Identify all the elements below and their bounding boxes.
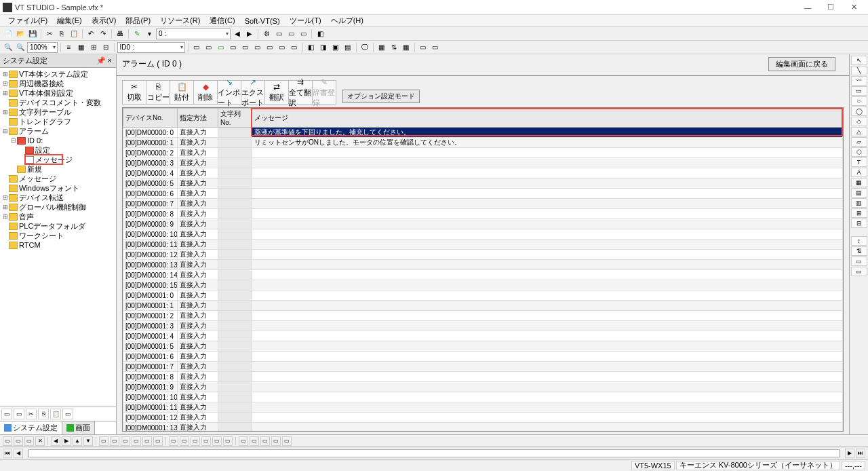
draw-tool-13[interactable]: ▤ <box>851 188 867 197</box>
table-row[interactable]: [00]DM00001: 12直接入力 <box>123 413 843 423</box>
table-row[interactable]: [00]DM00000: 14直接入力 <box>123 270 843 280</box>
col-header-0[interactable]: デバイスNo. <box>123 109 178 128</box>
draw-tool-18[interactable]: ↕ <box>851 236 867 246</box>
table-row[interactable]: [00]DM00001: 1直接入力 <box>123 301 843 311</box>
action-コピー[interactable]: ⎘コピー <box>146 80 170 105</box>
table-row[interactable]: [00]DM00000: 9直接入力 <box>123 219 843 229</box>
table-row[interactable]: [00]DM00000: 7直接入力 <box>123 199 843 209</box>
table-row[interactable]: [00]DM00001: 4直接入力 <box>123 331 843 341</box>
tbx9-icon[interactable]: ▭ <box>289 42 300 53</box>
table-row[interactable]: [00]DM00000: 3直接入力 <box>123 158 843 168</box>
tree-item-10[interactable]: 新規 <box>0 164 116 174</box>
draw-tool-7[interactable]: △ <box>851 127 867 136</box>
bt18[interactable]: ▭ <box>201 436 211 446</box>
tree-item-3[interactable]: デバイスコメント・変数 <box>0 98 116 107</box>
bt11[interactable]: ▭ <box>121 436 130 446</box>
zoom-out-icon[interactable]: 🔍 <box>15 42 26 53</box>
bt3[interactable]: ▭ <box>24 436 34 446</box>
tree-cut-icon[interactable]: ✂ <box>26 409 37 419</box>
draw-tool-20[interactable]: ▭ <box>851 257 867 266</box>
bt2[interactable]: ▭ <box>14 436 23 446</box>
tree-item-6[interactable]: ⊟アラーム <box>0 126 116 136</box>
draw-tool-14[interactable]: ▥ <box>851 198 867 208</box>
scroll-first-icon[interactable]: ⏮ <box>3 449 12 458</box>
table-row[interactable]: [00]DM00001: 10直接入力 <box>123 392 843 402</box>
tbx2-icon[interactable]: ▭ <box>203 42 214 53</box>
bt13[interactable]: ▭ <box>142 436 152 446</box>
dropdown-icon[interactable]: ▾ <box>144 29 155 39</box>
copy-icon[interactable]: ⎘ <box>56 29 67 39</box>
bt8[interactable]: ▼ <box>83 436 93 446</box>
menu-3[interactable]: 部品(P) <box>121 15 155 26</box>
tree-item-13[interactable]: ⊞デバイス転送 <box>0 193 116 202</box>
tbx8-icon[interactable]: ▭ <box>277 42 288 53</box>
action-翻訳[interactable]: ⇄翻訳 <box>264 80 289 105</box>
action-全て翻訳[interactable]: ⇉全て翻訳 <box>288 80 313 105</box>
tbx6-icon[interactable]: ▭ <box>252 42 263 53</box>
tree-item-7[interactable]: ⊟ID 0: <box>0 136 116 145</box>
align3-icon[interactable]: ⊟ <box>100 42 111 53</box>
table-row[interactable]: [00]DM00000: 11直接入力 <box>123 240 843 250</box>
bt-del-icon[interactable]: ✕ <box>35 436 45 446</box>
scroll-prev-icon[interactable]: ◀ <box>14 449 23 458</box>
table-row[interactable]: [00]DM00001: 11直接入力 <box>123 402 843 413</box>
return-to-edit-button[interactable]: 編集画面に戻る <box>768 57 835 71</box>
bt20[interactable]: ▭ <box>223 436 233 446</box>
table-row[interactable]: [00]DM00001: 5直接入力 <box>123 341 843 352</box>
print-icon[interactable]: 🖶 <box>115 29 125 39</box>
col-header-1[interactable]: 指定方法 <box>178 109 218 128</box>
tree-btn2[interactable]: ▭ <box>14 409 24 419</box>
table-row[interactable]: [00]DM00001: 8直接入力 <box>123 372 843 382</box>
menu-2[interactable]: 表示(V) <box>87 15 121 26</box>
bt12[interactable]: ▭ <box>132 436 141 446</box>
bt1[interactable]: ▭ <box>3 436 12 446</box>
col-header-2[interactable]: 文字列No. <box>218 109 252 128</box>
id-combo[interactable]: ID0 : <box>117 42 185 53</box>
draw-tool-15[interactable]: ⊞ <box>851 208 867 218</box>
tbx14-icon[interactable]: ▦ <box>376 42 387 53</box>
draw-tool-21[interactable]: ▭ <box>851 267 867 276</box>
table-row[interactable]: [00]DM00000: 2直接入力 <box>123 148 843 158</box>
draw-tool-12[interactable]: ▦ <box>851 178 867 187</box>
action-インポート[interactable]: ↘インポート <box>217 80 241 105</box>
tree-item-17[interactable]: ワークシート <box>0 231 116 240</box>
cut-icon[interactable]: ✂ <box>44 29 55 39</box>
bt24[interactable]: ▭ <box>271 436 281 446</box>
alarm-grid[interactable]: デバイスNo.指定方法文字列No.メッセージ[00]DM00000: 0直接入力… <box>123 108 843 432</box>
tbx16-icon[interactable]: ▦ <box>401 42 412 53</box>
tree-item-16[interactable]: PLCデータフォルダ <box>0 221 116 231</box>
tool5-icon[interactable]: ◧ <box>315 29 326 39</box>
bt14[interactable]: ▭ <box>153 436 163 446</box>
tbx4-icon[interactable]: ▭ <box>228 42 239 53</box>
menu-8[interactable]: ヘルプ(H) <box>327 15 368 26</box>
tree-item-18[interactable]: RTCM <box>0 240 116 250</box>
tbx12-icon[interactable]: ▣ <box>330 42 341 53</box>
table-row[interactable]: [00]DM00001: 9直接入力 <box>123 382 843 392</box>
table-row[interactable]: [00]DM00000: 0直接入力薬液が基準値を下回りました。補充してください… <box>123 128 843 138</box>
bt17[interactable]: ▭ <box>191 436 200 446</box>
edit-icon[interactable]: ✎ <box>132 29 142 39</box>
tool-icon[interactable]: ⚙ <box>261 29 272 39</box>
monitor-icon[interactable]: 🖵 <box>359 42 370 53</box>
tree-item-9[interactable]: メッセージ <box>0 155 116 164</box>
draw-tool-9[interactable]: ⬡ <box>851 147 867 157</box>
draw-tool-2[interactable]: 〰 <box>851 76 867 86</box>
zoom-in-icon[interactable]: 🔍 <box>3 42 14 53</box>
bt16[interactable]: ▭ <box>180 436 189 446</box>
menu-5[interactable]: 通信(C) <box>205 15 239 26</box>
tbx7-icon[interactable]: ▭ <box>264 42 275 53</box>
menu-4[interactable]: リソース(R) <box>156 15 204 26</box>
tree-item-11[interactable]: メッセージ <box>0 174 116 183</box>
tree-copy-icon[interactable]: ⎘ <box>38 409 49 419</box>
tbx11-icon[interactable]: ◨ <box>318 42 329 53</box>
scroll-next-icon[interactable]: ▶ <box>845 449 854 458</box>
bt23[interactable]: ▭ <box>260 436 270 446</box>
table-row[interactable]: [00]DM00000: 4直接入力 <box>123 168 843 178</box>
bt21[interactable]: ▭ <box>239 436 248 446</box>
tree-item-4[interactable]: ⊞文字列テーブル <box>0 107 116 117</box>
zoom-combo[interactable]: 100% <box>27 42 58 53</box>
tool3-icon[interactable]: ▭ <box>285 29 296 39</box>
draw-tool-6[interactable]: ◇ <box>851 117 867 126</box>
tbx3-icon[interactable]: ▭ <box>216 42 226 53</box>
close-button[interactable]: ✕ <box>842 1 865 14</box>
